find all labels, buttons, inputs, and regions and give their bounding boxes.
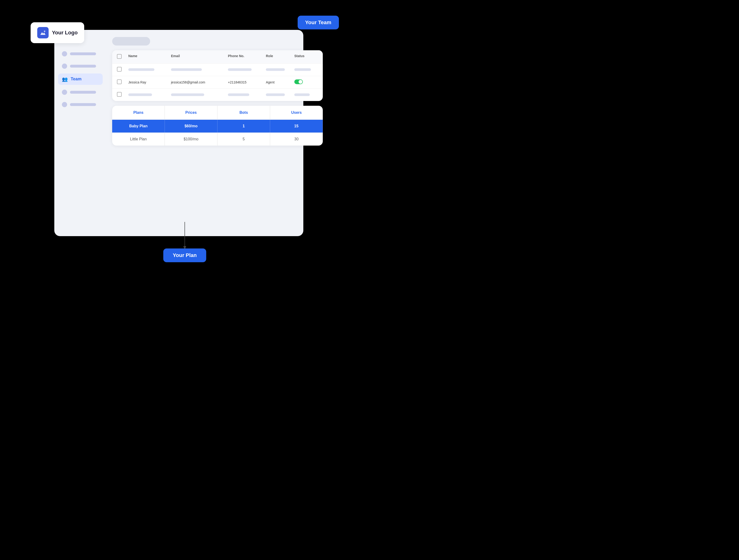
cell-placeholder <box>128 94 152 96</box>
plan-users: 30 <box>270 133 323 146</box>
table-row <box>112 89 323 101</box>
row-checkbox[interactable] <box>117 92 122 97</box>
row-checkbox[interactable] <box>117 67 122 71</box>
col-status: Status <box>294 54 318 59</box>
sidebar: 👥 Team <box>54 30 107 236</box>
plans-col-bots: Bots <box>217 106 270 120</box>
main-content: Name Email Phone No. Role Status <box>107 30 328 236</box>
svg-rect-0 <box>39 29 46 36</box>
cell-placeholder <box>171 68 202 71</box>
plan-arrow <box>182 222 187 250</box>
cell-placeholder <box>294 94 310 96</box>
cell-email: jessica158@gmail.com <box>171 80 228 84</box>
sidebar-item-team[interactable]: 👥 Team <box>58 73 103 85</box>
scene: Your Team Your Logo <box>31 16 339 264</box>
team-table: Name Email Phone No. Role Status <box>112 50 323 101</box>
table-row <box>112 63 323 76</box>
cell-placeholder <box>171 94 204 96</box>
col-phone: Phone No. <box>228 54 266 59</box>
plan-name: Little Plan <box>112 133 165 146</box>
cell-phone: +211846315 <box>228 80 266 84</box>
sidebar-item <box>58 87 103 97</box>
sidebar-dot <box>62 89 67 95</box>
sidebar-bar <box>70 65 96 67</box>
status-toggle[interactable] <box>294 79 303 84</box>
header-checkbox[interactable] <box>117 54 122 59</box>
sidebar-bar <box>70 91 96 94</box>
mountain-icon <box>39 29 46 36</box>
cell-placeholder <box>228 68 252 71</box>
sidebar-dot <box>62 102 67 107</box>
plan-bots: 1 <box>217 120 270 133</box>
cell-placeholder <box>266 94 285 96</box>
sidebar-item <box>58 61 103 71</box>
plans-col-plans: Plans <box>112 106 165 120</box>
cell-name: Jessica Ray <box>128 80 171 84</box>
cell-placeholder <box>294 68 311 71</box>
sidebar-bar <box>70 103 96 106</box>
sidebar-item <box>58 100 103 110</box>
table-header: Name Email Phone No. Role Status <box>112 50 323 63</box>
cell-placeholder <box>228 94 249 96</box>
team-icon: 👥 <box>62 76 68 82</box>
plan-price: $100/mo <box>165 133 217 146</box>
col-name: Name <box>128 54 171 59</box>
plans-col-users: Users <box>270 106 323 120</box>
sidebar-dot <box>62 51 67 56</box>
logo-card: Your Logo <box>31 22 84 43</box>
plan-users: 15 <box>270 120 323 133</box>
plans-col-prices: Prices <box>165 106 217 120</box>
table-row: Jessica Ray jessica158@gmail.com +211846… <box>112 76 323 89</box>
sidebar-dot <box>62 63 67 69</box>
col-checkbox <box>117 54 128 59</box>
plan-bots: 5 <box>217 133 270 146</box>
plan-name: Baby Plan <box>112 120 165 133</box>
your-plan-button[interactable]: Your Plan <box>163 248 206 262</box>
cell-role: Agent <box>266 80 294 84</box>
cell-placeholder <box>128 68 154 71</box>
sidebar-bar <box>70 52 96 55</box>
plans-row-baby[interactable]: Baby Plan $60/mo 1 15 <box>112 120 323 133</box>
sidebar-item <box>58 49 103 59</box>
cell-placeholder <box>266 68 285 71</box>
logo-icon <box>37 27 49 38</box>
svg-point-1 <box>44 31 45 32</box>
col-role: Role <box>266 54 294 59</box>
plans-header: Plans Prices Bots Users <box>112 106 323 120</box>
search-bar[interactable] <box>112 37 150 45</box>
col-email: Email <box>171 54 228 59</box>
row-checkbox[interactable] <box>117 79 122 84</box>
your-team-button[interactable]: Your Team <box>298 16 339 29</box>
plans-table: Plans Prices Bots Users Baby Plan $60/mo… <box>112 106 323 146</box>
logo-text: Your Logo <box>52 30 78 36</box>
app-window: 👥 Team <box>54 30 303 236</box>
sidebar-team-label: Team <box>71 76 82 81</box>
plans-row-little[interactable]: Little Plan $100/mo 5 30 <box>112 133 323 146</box>
plan-price: $60/mo <box>165 120 217 133</box>
